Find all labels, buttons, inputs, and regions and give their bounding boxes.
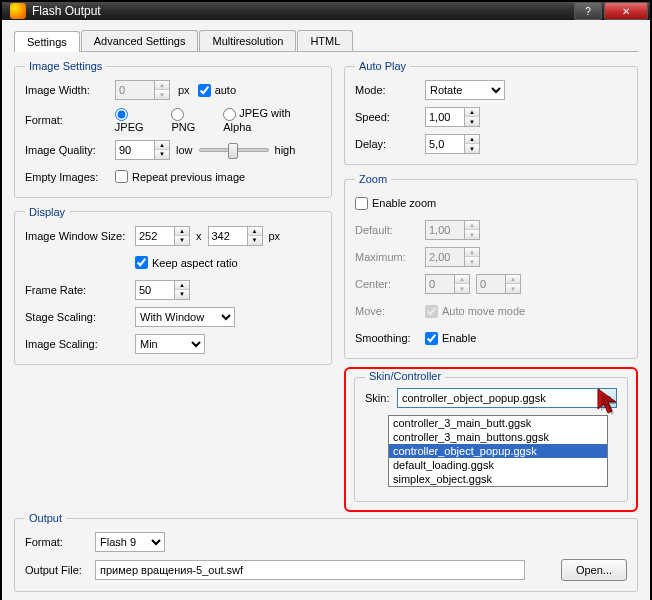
- stage-scaling-label: Stage Scaling:: [25, 311, 135, 323]
- close-button[interactable]: ✕: [604, 2, 648, 20]
- skin-option[interactable]: controller_3_main_buttons.ggsk: [389, 430, 607, 444]
- zoom-cx-spinner: ▲▼: [455, 274, 470, 294]
- zoom-cx-input: [425, 274, 455, 294]
- smoothing-checkbox[interactable]: [425, 332, 438, 345]
- enable-zoom-label: Enable zoom: [372, 197, 436, 209]
- window-title: Flash Output: [32, 4, 574, 18]
- mode-label: Mode:: [355, 84, 425, 96]
- window-width-spinner[interactable]: ▲▼: [175, 226, 190, 246]
- tab-advanced-settings[interactable]: Advanced Settings: [81, 30, 199, 51]
- image-width-input[interactable]: [115, 80, 155, 100]
- skin-controller-highlight: Skin/Controller Skin: ▼ controller_3_mai…: [344, 367, 638, 512]
- zoom-max-input: [425, 247, 465, 267]
- output-legend: Output: [25, 512, 66, 524]
- tab-multiresolution[interactable]: Multiresolution: [199, 30, 296, 51]
- help-button[interactable]: ?: [574, 2, 602, 20]
- enable-zoom-checkbox[interactable]: [355, 197, 368, 210]
- image-scaling-label: Image Scaling:: [25, 338, 135, 350]
- output-group: Output Format: Flash 9 Output File: Open…: [14, 512, 638, 592]
- zoom-default-input: [425, 220, 465, 240]
- skin-option[interactable]: default_loading.ggsk: [389, 458, 607, 472]
- repeat-previous-label: Repeat previous image: [132, 171, 245, 183]
- quality-input[interactable]: [115, 140, 155, 160]
- zoom-move-label: Move:: [355, 305, 425, 317]
- auto-play-group: Auto Play Mode: Rotate Speed: ▲▼ Delay:: [344, 60, 638, 165]
- image-width-label: Image Width:: [25, 84, 115, 96]
- zoom-default-label: Default:: [355, 224, 425, 236]
- output-format-label: Format:: [25, 536, 95, 548]
- frame-rate-input[interactable]: [135, 280, 175, 300]
- speed-spinner[interactable]: ▲▼: [465, 107, 480, 127]
- speed-input[interactable]: [425, 107, 465, 127]
- x-label: x: [196, 230, 202, 242]
- image-settings-group: Image Settings Image Width: ▲▼ px auto F…: [14, 60, 332, 198]
- zoom-cy-input: [476, 274, 506, 294]
- zoom-legend: Zoom: [355, 173, 391, 185]
- skin-label: Skin:: [365, 392, 397, 404]
- window-width-input[interactable]: [135, 226, 175, 246]
- zoom-default-spinner: ▲▼: [465, 220, 480, 240]
- skin-dropdown-list[interactable]: controller_3_main_butt.ggsk controller_3…: [388, 415, 608, 487]
- quality-spinner[interactable]: ▲▼: [155, 140, 170, 160]
- format-jpeg-alpha-radio[interactable]: [223, 108, 236, 121]
- window-height-input[interactable]: [208, 226, 248, 246]
- speed-label: Speed:: [355, 111, 425, 123]
- zoom-max-spinner: ▲▼: [465, 247, 480, 267]
- mode-select[interactable]: Rotate: [425, 80, 505, 100]
- image-scaling-select[interactable]: Min: [135, 334, 205, 354]
- window-height-spinner[interactable]: ▲▼: [248, 226, 263, 246]
- smoothing-enable-label: Enable: [442, 332, 476, 344]
- px-label: px: [178, 84, 190, 96]
- quality-slider[interactable]: [199, 148, 269, 152]
- output-format-select[interactable]: Flash 9: [95, 532, 165, 552]
- zoom-center-label: Center:: [355, 278, 425, 290]
- frame-rate-label: Frame Rate:: [25, 284, 135, 296]
- format-label: Format:: [25, 114, 115, 126]
- zoom-group: Zoom Enable zoom Default: ▲▼ Maximum:: [344, 173, 638, 359]
- window-size-label: Image Window Size:: [25, 230, 135, 242]
- auto-label: auto: [215, 84, 236, 96]
- titlebar: Flash Output ? ✕: [2, 2, 650, 20]
- skin-option[interactable]: controller_3_main_butt.ggsk: [389, 416, 607, 430]
- quality-label: Image Quality:: [25, 144, 115, 156]
- stage-scaling-select[interactable]: With Window: [135, 307, 235, 327]
- image-width-spinner: ▲▼: [155, 80, 170, 100]
- frame-rate-spinner[interactable]: ▲▼: [175, 280, 190, 300]
- keep-aspect-checkbox[interactable]: [135, 256, 148, 269]
- auto-move-checkbox: [425, 305, 438, 318]
- low-label: low: [176, 144, 193, 156]
- open-button[interactable]: Open...: [561, 559, 627, 581]
- skin-option-selected[interactable]: controller_object_popup.ggsk: [389, 444, 607, 458]
- tabstrip: Settings Advanced Settings Multiresoluti…: [14, 30, 638, 52]
- output-file-label: Output File:: [25, 564, 95, 576]
- repeat-previous-checkbox[interactable]: [115, 170, 128, 183]
- empty-images-label: Empty Images:: [25, 171, 115, 183]
- zoom-cy-spinner: ▲▼: [506, 274, 521, 294]
- skin-combobox-button[interactable]: ▼: [599, 388, 617, 408]
- output-file-input[interactable]: [95, 560, 525, 580]
- display-legend: Display: [25, 206, 69, 218]
- skin-combobox-input[interactable]: [397, 388, 599, 408]
- px-label-2: px: [269, 230, 281, 242]
- delay-spinner[interactable]: ▲▼: [465, 134, 480, 154]
- image-settings-legend: Image Settings: [25, 60, 106, 72]
- tab-html[interactable]: HTML: [297, 30, 353, 51]
- high-label: high: [275, 144, 296, 156]
- format-jpeg-radio[interactable]: [115, 108, 128, 121]
- format-png-radio[interactable]: [171, 108, 184, 121]
- auto-width-checkbox[interactable]: [198, 84, 211, 97]
- tab-settings[interactable]: Settings: [14, 31, 80, 52]
- auto-play-legend: Auto Play: [355, 60, 410, 72]
- keep-aspect-label: Keep aspect ratio: [152, 257, 238, 269]
- app-icon: [10, 3, 26, 19]
- smoothing-label: Smoothing:: [355, 332, 425, 344]
- delay-label: Delay:: [355, 138, 425, 150]
- auto-move-label: Auto move mode: [442, 305, 525, 317]
- zoom-max-label: Maximum:: [355, 251, 425, 263]
- display-group: Display Image Window Size: ▲▼ x ▲▼ px: [14, 206, 332, 365]
- skin-option[interactable]: simplex_object.ggsk: [389, 472, 607, 486]
- delay-input[interactable]: [425, 134, 465, 154]
- skin-legend: Skin/Controller: [365, 370, 445, 382]
